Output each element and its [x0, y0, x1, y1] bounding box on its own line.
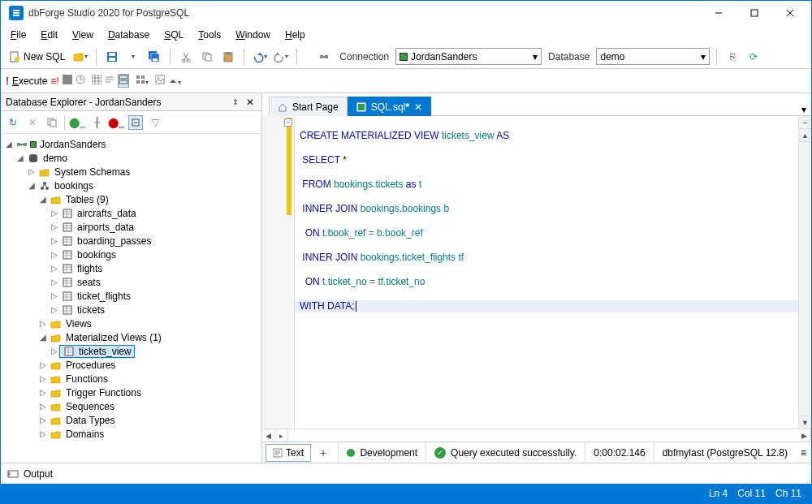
svg-rect-33 [119, 75, 127, 79]
fold-icon[interactable]: − [284, 118, 292, 127]
separator [244, 49, 244, 65]
svg-rect-36 [141, 75, 145, 79]
cut-button[interactable] [177, 48, 195, 66]
menu-window[interactable]: Window [229, 28, 277, 42]
connection-icon[interactable] [315, 48, 333, 66]
tree-tables-folder[interactable]: ◢Tables (9) [1, 192, 261, 206]
tree-system-schemas[interactable]: ▷System Schemas [1, 165, 261, 179]
minimize-button[interactable] [701, 1, 736, 25]
query-result-status: ✓Query executed successfully. [425, 442, 585, 463]
tree-table-item[interactable]: ▷tickets [1, 303, 261, 317]
connect-icon[interactable]: ⬤⎯ [70, 115, 84, 130]
collapse-icon[interactable] [128, 115, 143, 130]
svg-rect-1 [751, 10, 758, 16]
undo-button[interactable]: ▾ [251, 48, 269, 66]
tree-database[interactable]: ◢demo [1, 151, 261, 165]
connection-value: JordanSanders [411, 51, 477, 62]
code-area[interactable]: CREATE MATERIALIZED VIEW tickets_view AS… [295, 116, 798, 429]
add-tab-button[interactable]: + [314, 446, 332, 459]
tree-data-types-folder[interactable]: ▷Data Types [1, 413, 261, 427]
tree-table-item[interactable]: ▷bookings [1, 248, 261, 261]
copy-button[interactable] [198, 48, 216, 66]
disconnect-icon[interactable]: ⬤⎯ [109, 115, 123, 130]
svg-rect-46 [24, 143, 27, 146]
menu-edit[interactable]: Edit [34, 28, 64, 42]
svg-rect-7 [109, 58, 115, 61]
execute-current-button[interactable]: ≡! [50, 75, 58, 87]
tab-start-page[interactable]: Start Page [269, 97, 348, 116]
save-all-button[interactable] [145, 48, 163, 66]
close-panel-icon[interactable]: ✕ [244, 96, 257, 109]
tree-trigger-functions-folder[interactable]: ▷Trigger Functions [1, 386, 261, 399]
tab-sql[interactable]: SQL.sql* ✕ [348, 97, 431, 116]
tree-schema[interactable]: ◢bookings [1, 179, 261, 192]
tree-table-item[interactable]: ▷seats [1, 275, 261, 289]
image-button[interactable] [155, 75, 165, 87]
code-editor[interactable]: − CREATE MATERIALIZED VIEW tickets_view … [262, 116, 811, 429]
query-profiler-button[interactable] [76, 75, 85, 87]
mixed-mode-button[interactable] [118, 74, 129, 88]
title-bar: dbForge Studio 2020 for PostgreSQL [1, 1, 811, 25]
database-dropdown[interactable]: demo ▾ [596, 48, 710, 65]
refresh-icon[interactable]: ↻ [6, 115, 20, 130]
menu-help[interactable]: Help [279, 28, 312, 42]
tree-table-item[interactable]: ▷airports_data [1, 220, 261, 234]
menu-sql[interactable]: SQL [158, 28, 190, 42]
svg-point-40 [158, 77, 159, 79]
tree-table-item[interactable]: ▷boarding_passes [1, 234, 261, 248]
text-mode-button[interactable] [105, 75, 114, 87]
filter-icon[interactable]: ▽ [148, 115, 162, 130]
svg-rect-45 [17, 143, 20, 146]
close-button[interactable] [772, 1, 808, 25]
tree-sequences-folder[interactable]: ▷Sequences [1, 399, 261, 413]
chevron-down-icon: ▾ [701, 51, 706, 62]
caret [356, 301, 356, 312]
tree-materialized-views-folder[interactable]: ◢Materialized Views (1) [1, 330, 261, 344]
connection-label: Connection [339, 51, 389, 62]
svg-rect-18 [320, 55, 323, 58]
svg-rect-19 [325, 55, 328, 58]
tree-item-tickets-view[interactable]: ▷tickets_view [1, 344, 261, 358]
new-sql-button[interactable]: New SQL [6, 50, 68, 64]
menu-view[interactable]: View [66, 28, 100, 42]
editor-footer: Text + Development ✓Query executed succe… [262, 442, 811, 463]
copy-icon[interactable] [45, 115, 59, 130]
open-button[interactable]: ▾ [71, 48, 89, 66]
tree-view[interactable]: ◢JordanSanders ◢demo ▷System Schemas ◢bo… [1, 134, 261, 463]
save-dropdown[interactable]: ▾ [124, 48, 142, 66]
tree-domains-folder[interactable]: ▷Domains [1, 427, 261, 441]
refresh-button[interactable]: ⟳ [745, 48, 762, 66]
paste-button[interactable] [219, 48, 237, 66]
tree-table-item[interactable]: ▷flights [1, 261, 261, 275]
execute-button[interactable]: Execute [12, 75, 47, 87]
node-icon[interactable]: ╂ [89, 115, 104, 130]
settings-button[interactable]: ⎘ [723, 48, 741, 66]
format-button[interactable]: ▾ [136, 75, 149, 87]
menu-database[interactable]: Database [102, 28, 156, 42]
tree-functions-folder[interactable]: ▷Functions [1, 372, 261, 386]
maximize-button[interactable] [736, 1, 772, 25]
tree-procedures-folder[interactable]: ▷Procedures [1, 358, 261, 372]
horizontal-scrollbar[interactable]: ◀▸▶ [262, 429, 811, 442]
close-tab-icon[interactable]: ✕ [414, 101, 422, 113]
vertical-scrollbar[interactable]: − ▲ ▼ [798, 116, 811, 429]
menu-file[interactable]: File [4, 28, 32, 42]
output-tab[interactable]: Output [1, 463, 811, 484]
connection-dropdown[interactable]: JordanSanders ▾ [395, 48, 542, 65]
tree-views-folder[interactable]: ▷Views [1, 317, 261, 330]
delete-icon[interactable]: ✕ [25, 115, 40, 130]
menu-tools[interactable]: Tools [192, 28, 227, 42]
footer-overflow-icon[interactable]: ≡ [796, 447, 811, 459]
status-char: Ch 11 [775, 488, 801, 499]
save-button[interactable] [103, 48, 121, 66]
tab-overflow-icon[interactable]: ▾ [797, 104, 811, 116]
tree-connection[interactable]: ◢JordanSanders [1, 137, 261, 151]
redo-button[interactable]: ▾ [272, 48, 290, 66]
tree-table-item[interactable]: ▷aircrafts_data [1, 206, 261, 220]
zoom-button[interactable]: ▾ [168, 75, 181, 87]
pin-icon[interactable] [229, 96, 242, 109]
grid-button[interactable] [92, 75, 102, 87]
tree-table-item[interactable]: ▷ticket_flights [1, 289, 261, 303]
stop-execution-button[interactable] [63, 75, 72, 87]
text-tab[interactable]: Text [266, 444, 311, 462]
